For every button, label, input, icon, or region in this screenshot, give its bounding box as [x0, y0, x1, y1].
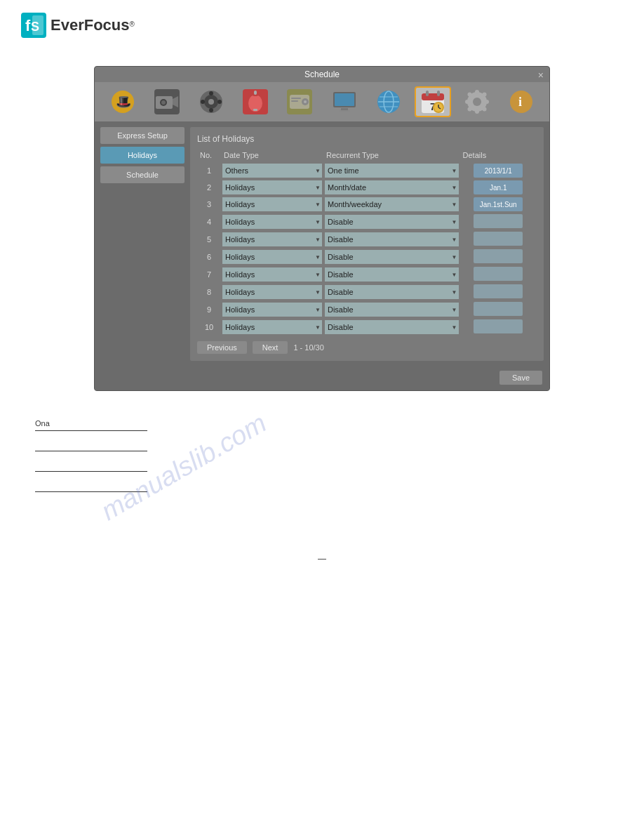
row-number: 5 [197, 230, 221, 248]
pagination-row: Previous Next 1 - 10/30 [197, 341, 537, 354]
network-toolbar-icon[interactable] [370, 86, 407, 117]
date-type-select[interactable]: OthersHolidays [222, 267, 322, 282]
bottom-text-1: Ona [35, 419, 644, 428]
sidebar-item-schedule[interactable]: Schedule [100, 166, 185, 183]
previous-button[interactable]: Previous [197, 341, 247, 354]
svg-point-15 [209, 108, 213, 112]
detail-cell [460, 230, 537, 248]
bottom-line-3 [35, 471, 147, 472]
save-button[interactable]: Save [499, 371, 542, 385]
row-number: 7 [197, 265, 221, 283]
col-details: Details [460, 150, 537, 162]
detail-cell [460, 300, 537, 318]
alarm-toolbar-icon[interactable] [237, 86, 274, 117]
bottom-line-4 [35, 491, 147, 492]
recurrent-type-cell: One timeMonth/dateMonth/weekdayDisable▼ [323, 196, 460, 213]
svg-rect-41 [437, 91, 440, 96]
camera-toolbar-icon[interactable] [149, 86, 185, 117]
svg-rect-27 [291, 98, 301, 99]
magic-wand-toolbar-icon[interactable]: 🎩 [105, 86, 141, 117]
recurrent-type-cell: One timeMonth/dateMonth/weekdayDisable▼ [323, 265, 460, 283]
date-type-select[interactable]: OthersHolidays [222, 250, 322, 264]
svg-text:🎩: 🎩 [116, 94, 132, 110]
detail-button-empty [474, 319, 523, 333]
date-type-select[interactable]: OthersHolidays [222, 180, 322, 194]
svg-rect-22 [253, 109, 257, 111]
date-type-select[interactable]: OthersHolidays [222, 320, 322, 334]
svg-point-48 [473, 98, 481, 106]
recurrent-type-select[interactable]: One timeMonth/dateMonth/weekdayDisable [325, 303, 459, 317]
sidebar-item-holidays[interactable]: Holidays [100, 147, 185, 164]
row-number: 4 [197, 213, 221, 230]
svg-point-17 [217, 100, 222, 104]
svg-point-49 [475, 90, 479, 94]
svg-rect-21 [254, 91, 257, 95]
bottom-section: Ona [0, 419, 644, 512]
svg-point-16 [201, 100, 205, 104]
table-row: 7OthersHolidays▼One timeMonth/dateMonth/… [197, 265, 537, 283]
sidebar-item-express-setup[interactable]: Express Setup [100, 127, 185, 144]
info-toolbar-icon[interactable]: i [503, 86, 539, 117]
recurrent-type-cell: One timeMonth/dateMonth/weekdayDisable▼ [323, 179, 460, 196]
window-close-button[interactable]: × [538, 70, 544, 81]
recurrent-type-select[interactable]: One timeMonth/dateMonth/weekdayDisable [325, 164, 459, 178]
col-no: No. [197, 150, 221, 162]
recurrent-type-select[interactable]: One timeMonth/dateMonth/weekdayDisable [325, 267, 459, 282]
detail-button[interactable]: Jan.1st.Sun [474, 197, 523, 211]
recurrent-type-cell: One timeMonth/dateMonth/weekdayDisable▼ [323, 213, 460, 230]
date-type-cell: OthersHolidays▼ [221, 213, 323, 230]
record-toolbar-icon[interactable] [193, 86, 229, 117]
col-recurrent-type: Recurrent Type [323, 150, 460, 162]
detail-button-empty [474, 232, 523, 246]
date-type-select[interactable]: OthersHolidays [222, 197, 322, 211]
svg-point-55 [483, 93, 487, 97]
date-type-cell: OthersHolidays▼ [221, 196, 323, 213]
window-body: Express Setup Holidays Schedule List of … [95, 121, 549, 366]
recurrent-type-select[interactable]: One timeMonth/dateMonth/weekdayDisable [325, 215, 459, 229]
window-footer: Save [95, 366, 549, 390]
svg-rect-39 [422, 93, 444, 100]
settings-toolbar-icon[interactable] [459, 86, 495, 117]
window-title: Schedule [304, 70, 340, 79]
storage-toolbar-icon[interactable] [281, 86, 318, 117]
row-number: 3 [197, 196, 221, 213]
detail-button[interactable]: 2013/1/1 [474, 164, 523, 178]
svg-rect-32 [339, 110, 350, 112]
row-number: 8 [197, 283, 221, 300]
date-type-cell: OthersHolidays▼ [221, 230, 323, 248]
detail-button-empty [474, 284, 523, 298]
everfocus-logo-icon: f S [21, 13, 46, 38]
table-row: 4OthersHolidays▼One timeMonth/dateMonth/… [197, 213, 537, 230]
page-body: manualslib.com Schedule × 🎩 [0, 45, 644, 564]
svg-rect-28 [291, 100, 298, 102]
recurrent-type-cell: One timeMonth/dateMonth/weekdayDisable▼ [323, 162, 460, 179]
date-type-select[interactable]: OthersHolidays [222, 303, 322, 317]
date-type-select[interactable]: OthersHolidays [222, 232, 322, 246]
detail-button-empty [474, 214, 523, 228]
svg-point-51 [465, 100, 469, 104]
detail-button[interactable]: Jan.1 [474, 180, 523, 194]
recurrent-type-select[interactable]: One timeMonth/dateMonth/weekdayDisable [325, 320, 459, 334]
table-row: 8OthersHolidays▼One timeMonth/dateMonth/… [197, 283, 537, 300]
svg-point-10 [161, 100, 166, 105]
recurrent-type-select[interactable]: One timeMonth/dateMonth/weekdayDisable [325, 197, 459, 211]
recurrent-type-select[interactable]: One timeMonth/dateMonth/weekdayDisable [325, 232, 459, 246]
recurrent-type-select[interactable]: One timeMonth/dateMonth/weekdayDisable [325, 250, 459, 264]
date-type-select[interactable]: OthersHolidays [222, 164, 322, 178]
table-row: 1OthersHolidays▼One timeMonth/dateMonth/… [197, 162, 537, 179]
next-button[interactable]: Next [253, 341, 288, 354]
date-type-select[interactable]: OthersHolidays [222, 285, 322, 299]
recurrent-type-select[interactable]: One timeMonth/dateMonth/weekdayDisable [325, 285, 459, 299]
row-number: 9 [197, 300, 221, 318]
svg-point-14 [209, 91, 213, 95]
table-row: 2OthersHolidays▼One timeMonth/dateMonth/… [197, 179, 537, 196]
schedule-toolbar-icon[interactable]: 7 [415, 86, 451, 117]
date-type-cell: OthersHolidays▼ [221, 283, 323, 300]
detail-button-empty [474, 249, 523, 263]
svg-rect-30 [335, 93, 354, 106]
date-type-select[interactable]: OthersHolidays [222, 215, 322, 229]
header: f S EverFocus® [0, 0, 644, 45]
monitor-toolbar-icon[interactable] [326, 86, 363, 117]
section-title: List of Holidays [197, 134, 537, 144]
recurrent-type-select[interactable]: One timeMonth/dateMonth/weekdayDisable [325, 180, 459, 194]
